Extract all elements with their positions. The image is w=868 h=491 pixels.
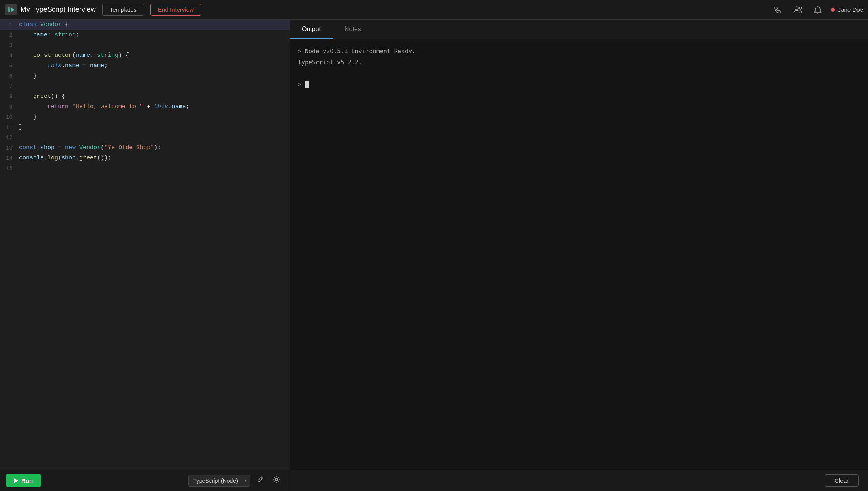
line-content: } [19, 122, 290, 133]
line-number: 9 [0, 102, 19, 112]
run-label: Run [21, 477, 33, 484]
line-content: console.log(shop.greet()); [19, 153, 290, 163]
bottom-row: Run TypeScript (Node) JavaScript (Node) … [0, 470, 868, 491]
run-button[interactable]: Run [6, 474, 41, 487]
line-content: greet() { [19, 92, 290, 102]
output-tabs: Output Notes [290, 20, 868, 39]
user-status-dot [831, 8, 835, 12]
code-line: 14console.log(shop.greet()); [0, 153, 290, 163]
line-content: name: string; [19, 30, 290, 40]
line-number: 5 [0, 61, 19, 71]
code-line: 2 name: string; [0, 30, 290, 40]
svg-point-3 [799, 7, 802, 9]
line-number: 7 [0, 81, 19, 92]
code-panel: 1class Vendor {2 name: string;3 4 constr… [0, 20, 290, 470]
code-line: 6 } [0, 71, 290, 81]
line-content: } [19, 112, 290, 122]
code-line: 10 } [0, 112, 290, 122]
code-editor[interactable]: 1class Vendor {2 name: string;3 4 constr… [0, 20, 290, 470]
line-content: class Vendor { [19, 20, 290, 30]
svg-point-2 [795, 7, 798, 10]
language-selector[interactable]: TypeScript (Node) JavaScript (Node) Pyth… [188, 475, 250, 487]
phone-icon-button[interactable] [772, 4, 784, 16]
topbar: My TypeScript Interview Templates End In… [0, 0, 868, 20]
output-line [298, 68, 860, 79]
code-line: 1class Vendor { [0, 20, 290, 30]
output-content: > Node v20.5.1 Environment Ready.TypeScr… [290, 39, 868, 470]
clear-button[interactable]: Clear [825, 474, 859, 487]
app-title: My TypeScript Interview [21, 6, 96, 14]
right-panel: Output Notes > Node v20.5.1 Environment … [290, 20, 868, 470]
line-number: 6 [0, 71, 19, 81]
line-content [19, 163, 290, 174]
output-prompt: > [298, 81, 305, 88]
main-area: 1class Vendor {2 name: string;3 4 constr… [0, 20, 868, 470]
code-line: 7 [0, 81, 290, 92]
end-interview-button[interactable]: End Interview [150, 4, 201, 16]
topbar-right: Jane Doe [772, 4, 863, 16]
line-content: return "Hello, welcome to " + this.name; [19, 102, 290, 112]
line-number: 2 [0, 30, 19, 40]
code-line: 3 [0, 40, 290, 51]
templates-button[interactable]: Templates [102, 4, 144, 16]
code-line: 15 [0, 163, 290, 174]
line-number: 4 [0, 51, 19, 61]
line-number: 15 [0, 163, 19, 174]
line-number: 1 [0, 20, 19, 30]
line-content: } [19, 71, 290, 81]
code-line: 11} [0, 122, 290, 133]
people-icon-button[interactable] [791, 4, 804, 16]
app-logo: My TypeScript Interview [5, 4, 96, 15]
code-line: 5 this.name = name; [0, 61, 290, 71]
bottom-bar-right: Clear [290, 470, 868, 491]
edit-icon-button[interactable] [253, 474, 267, 487]
code-line: 8 greet() { [0, 92, 290, 102]
tab-output[interactable]: Output [290, 20, 333, 39]
line-number: 14 [0, 153, 19, 163]
line-number: 11 [0, 122, 19, 133]
output-cursor [305, 81, 309, 88]
tab-notes[interactable]: Notes [333, 20, 373, 39]
line-content: this.name = name; [19, 61, 290, 71]
line-number: 10 [0, 112, 19, 122]
line-content [19, 40, 290, 51]
svg-rect-0 [8, 7, 10, 12]
line-number: 13 [0, 143, 19, 153]
settings-icon-button[interactable] [270, 474, 283, 487]
line-content [19, 133, 290, 143]
code-line: 13const shop = new Vendor("Ye Olde Shop"… [0, 143, 290, 153]
run-triangle-icon [14, 478, 18, 483]
language-selector-wrapper: TypeScript (Node) JavaScript (Node) Pyth… [188, 475, 250, 487]
svg-marker-1 [11, 7, 14, 12]
code-line: 9 return "Hello, welcome to " + this.nam… [0, 102, 290, 112]
output-line: > Node v20.5.1 Environment Ready. [298, 46, 860, 57]
code-line: 12 [0, 133, 290, 143]
svg-point-4 [275, 478, 278, 481]
code-line: 4 constructor(name: string) { [0, 51, 290, 61]
line-content: const shop = new Vendor("Ye Olde Shop"); [19, 143, 290, 153]
logo-icon [5, 4, 17, 15]
user-indicator: Jane Doe [831, 6, 863, 13]
line-number: 12 [0, 133, 19, 143]
output-line: TypeScript v5.2.2. [298, 57, 860, 68]
bell-icon-button[interactable] [811, 4, 824, 16]
user-name: Jane Doe [838, 6, 863, 13]
line-number: 8 [0, 92, 19, 102]
output-prompt-line: > [298, 79, 860, 90]
bottom-bar-left: Run TypeScript (Node) JavaScript (Node) … [0, 470, 290, 491]
line-number: 3 [0, 40, 19, 51]
line-content [19, 81, 290, 92]
line-content: constructor(name: string) { [19, 51, 290, 61]
